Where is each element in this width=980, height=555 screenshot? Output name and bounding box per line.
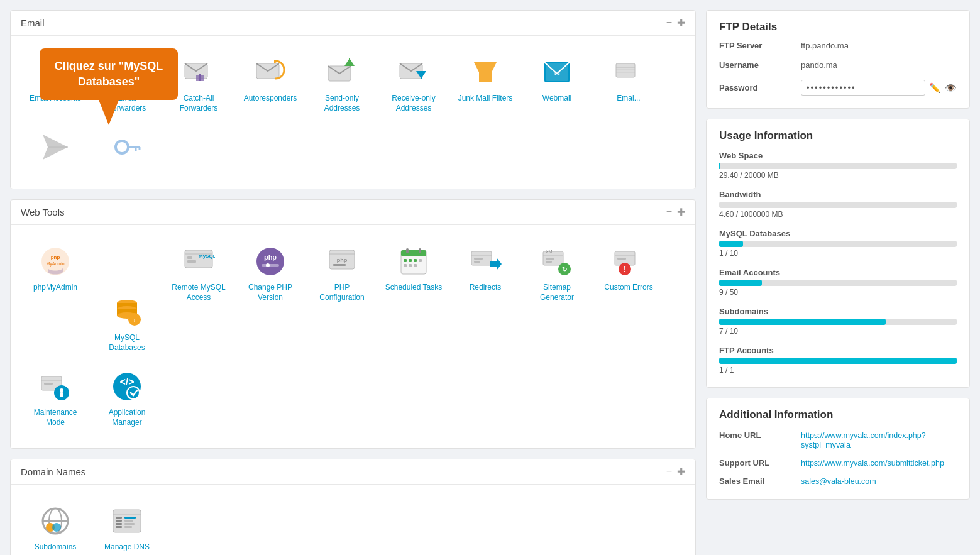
- webmail-item[interactable]: ✉ Webmail: [522, 48, 592, 121]
- ftp-accounts-value: 1 / 1: [719, 366, 957, 375]
- email-paperplane-item[interactable]: [21, 123, 90, 176]
- custom-errors-label: Custom Errors: [604, 283, 652, 293]
- phpmyadmin-item[interactable]: php MyAdmin phpMyAdmin: [21, 238, 90, 360]
- svg-text:↻: ↻: [562, 266, 567, 273]
- minimize-domain-icon[interactable]: −: [666, 466, 672, 478]
- support-url-value: https://www.myvala.com/submitticket.php: [788, 454, 969, 472]
- minimize-email-icon[interactable]: −: [666, 17, 672, 29]
- webtools-icon-grid: php MyAdmin phpMyAdmin: [21, 238, 685, 435]
- svg-rect-54: [401, 250, 426, 256]
- mysql-progress-fill: [719, 241, 743, 247]
- usage-information-title: Usage Information: [719, 129, 813, 141]
- svg-point-45: [256, 248, 284, 275]
- custom-errors-item[interactable]: ! Custom Errors: [594, 238, 663, 360]
- drag-domain-icon[interactable]: ✚: [677, 466, 685, 478]
- mysql-databases-label: MySQL Databases: [97, 333, 157, 353]
- sitemap-generator-item[interactable]: XML ↻ Sitemap Generator: [522, 238, 592, 360]
- svg-point-89: [127, 387, 140, 399]
- email-disk-item[interactable]: Emai...: [594, 48, 663, 121]
- send-only-addresses-item[interactable]: Send-only Addresses: [307, 48, 377, 121]
- mysql-databases-item[interactable]: ! MySQL Databases: [92, 288, 162, 360]
- edit-password-icon[interactable]: ✏️: [929, 82, 941, 94]
- webtools-card-body: php MyAdmin phpMyAdmin: [11, 225, 695, 448]
- receive-only-addresses-item[interactable]: Receive-only Addresses: [379, 48, 448, 121]
- drag-webtools-icon[interactable]: ✚: [677, 206, 685, 218]
- domain-names-title: Domain Names: [21, 466, 85, 477]
- remote-mysql-access-item[interactable]: MySQL... Remote MySQL Access: [164, 238, 233, 360]
- svg-text:!: !: [624, 264, 627, 274]
- php-configuration-item[interactable]: php PHP Configuration: [307, 238, 377, 360]
- redirects-item[interactable]: Redirects: [451, 238, 520, 360]
- email-section: Email − ✚ Cliquez sur "MySQL Databases": [10, 10, 696, 189]
- webmail-label: Webmail: [542, 94, 571, 104]
- email-accounts-usage-label: Email Accounts: [719, 268, 957, 277]
- svg-rect-42: [187, 256, 192, 259]
- email-accounts-usage-row: Email Accounts 9 / 50: [707, 264, 969, 303]
- subdomains-usage-value: 7 / 10: [719, 327, 957, 336]
- change-php-version-item[interactable]: php Change PHP Version: [236, 238, 305, 360]
- password-field: •••••••••••• ✏️ 👁️: [801, 80, 957, 96]
- sales-email-value: sales@vala-bleu.com: [788, 472, 969, 490]
- minimize-webtools-icon[interactable]: −: [666, 206, 672, 218]
- ftp-accounts-row: FTP Accounts 1 / 1: [707, 342, 969, 381]
- svg-text:!: !: [134, 317, 136, 323]
- email-paperplane-icon: [39, 131, 72, 163]
- ftp-details-header: FTP Details: [707, 11, 969, 36]
- show-password-icon[interactable]: 👁️: [945, 82, 957, 94]
- php-configuration-icon: php: [326, 245, 358, 278]
- bandwidth-progress-bg: [719, 202, 957, 208]
- junk-mail-filters-label: Junk Mail Filters: [458, 94, 513, 104]
- drag-email-icon[interactable]: ✚: [677, 17, 685, 29]
- callout-text: Cliquez sur "MySQL Databases": [55, 60, 163, 88]
- email-section-title: Email: [21, 18, 45, 28]
- email-progress-bg: [719, 280, 957, 286]
- svg-text:✉: ✉: [554, 70, 560, 77]
- support-url-link[interactable]: https://www.myvala.com/submitticket.php: [801, 459, 944, 468]
- sitemap-generator-label: Sitemap Generator: [527, 283, 586, 302]
- mysql-databases-usage-value: 1 / 10: [719, 249, 957, 258]
- change-php-version-label: Change PHP Version: [241, 283, 300, 302]
- svg-rect-47: [262, 264, 279, 267]
- email-section-header: Email − ✚: [11, 11, 695, 36]
- web-space-value: 29.40 / 20000 MB: [719, 171, 957, 180]
- subdomains-item[interactable]: Subdomains: [21, 497, 90, 555]
- svg-rect-86: [60, 392, 63, 397]
- autoresponders-item[interactable]: Autoresponders: [236, 48, 305, 121]
- email-section-actions: − ✚: [666, 17, 685, 29]
- username-value: pando.ma: [788, 55, 969, 75]
- sales-email-link[interactable]: sales@vala-bleu.com: [801, 477, 876, 486]
- mysql-databases-icon: !: [111, 295, 143, 328]
- web-space-progress-fill: [719, 163, 720, 169]
- php-configuration-label: PHP Configuration: [312, 283, 372, 302]
- scheduled-tasks-item[interactable]: Scheduled Tasks: [379, 238, 448, 360]
- scheduled-tasks-label: Scheduled Tasks: [385, 283, 443, 293]
- svg-rect-55: [406, 248, 409, 253]
- svg-text:php: php: [51, 255, 60, 260]
- catch-all-forwarders-icon: [182, 56, 215, 89]
- email-key-item[interactable]: [92, 123, 162, 176]
- email-disk-icon: [612, 56, 645, 89]
- web-space-row: Web Space 29.40 / 20000 MB: [707, 147, 969, 186]
- svg-text:MyAdmin: MyAdmin: [46, 261, 64, 267]
- sales-email-label: Sales Email: [707, 472, 788, 490]
- mysql-databases-usage-row: MySQL Databases 1 / 10: [707, 225, 969, 264]
- application-manager-item[interactable]: </> Application Manager: [92, 363, 162, 435]
- svg-rect-43: [187, 260, 196, 263]
- webtools-section-actions: − ✚: [666, 206, 685, 218]
- home-url-link[interactable]: https://www.myvala.com/index.php?systpl=…: [801, 431, 926, 449]
- ftp-accounts-label: FTP Accounts: [719, 346, 957, 355]
- web-space-progress-bg: [719, 163, 957, 169]
- manage-dns-item[interactable]: Manage DNS: [92, 497, 162, 555]
- svg-rect-20: [616, 63, 635, 77]
- svg-rect-56: [419, 248, 421, 253]
- usage-information-card: Usage Information Web Space 29.40 / 2000…: [706, 119, 970, 388]
- svg-text:XML: XML: [546, 250, 555, 254]
- svg-text:MySQL...: MySQL...: [199, 253, 215, 259]
- svg-rect-59: [414, 259, 417, 262]
- ftp-details-card: FTP Details FTP Server ftp.pando.ma User…: [706, 10, 970, 109]
- svg-rect-66: [474, 258, 483, 260]
- junk-mail-filters-item[interactable]: Junk Mail Filters: [451, 48, 520, 121]
- remote-mysql-access-label: Remote MySQL Access: [169, 283, 228, 302]
- svg-rect-103: [124, 523, 135, 525]
- maintenance-mode-item[interactable]: Maintenance Mode: [21, 363, 90, 435]
